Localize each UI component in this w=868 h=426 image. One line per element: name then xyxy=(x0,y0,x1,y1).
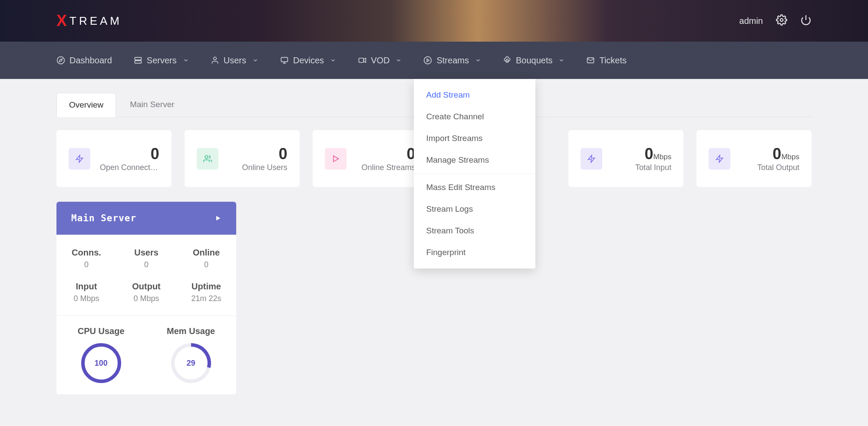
play-fill-icon xyxy=(215,215,221,222)
nav-label: Servers xyxy=(147,56,177,66)
menu-stream-logs[interactable]: Stream Logs xyxy=(414,198,535,220)
stat-label: Total Input xyxy=(612,163,671,172)
nav-tickets[interactable]: Tickets xyxy=(586,42,627,79)
mem-usage: Mem Usage 29 xyxy=(167,326,215,383)
stat-total-input: 0Mbps Total Input xyxy=(568,130,683,187)
brand-text: TREAM xyxy=(69,14,122,28)
svg-marker-13 xyxy=(363,58,366,62)
stat-total-output: 0Mbps Total Output xyxy=(696,130,812,187)
flower-icon xyxy=(503,56,512,65)
value-uptime: 21m 22s xyxy=(176,294,236,303)
user-label[interactable]: admin xyxy=(739,16,763,26)
nav-label: Users xyxy=(224,56,246,66)
brand-x: X xyxy=(56,12,67,30)
tab-main-server[interactable]: Main Server xyxy=(118,93,186,117)
chevron-down-icon xyxy=(396,57,402,63)
user-icon xyxy=(211,56,219,65)
value-conns: 0 xyxy=(56,260,116,269)
tab-overview[interactable]: Overview xyxy=(56,93,116,117)
bolt-icon xyxy=(587,154,596,163)
stat-value: 0 xyxy=(228,145,287,163)
chevron-down-icon xyxy=(558,57,564,63)
mail-icon xyxy=(586,56,595,65)
chevron-down-icon xyxy=(330,57,336,63)
stat-value: 0Mbps xyxy=(740,145,799,163)
stat-value: 0 xyxy=(100,145,159,163)
stat-online-users: 0 Online Users xyxy=(185,130,300,187)
stat-open-connections: 0 Open Connections xyxy=(56,130,172,187)
nav-label: Tickets xyxy=(599,56,627,66)
nav-dashboard[interactable]: Dashboard xyxy=(56,42,112,79)
chevron-down-icon xyxy=(252,57,258,63)
cpu-usage: CPU Usage 100 xyxy=(78,326,125,383)
stat-label: Online Users xyxy=(228,163,287,172)
svg-marker-20 xyxy=(333,156,339,161)
users-icon xyxy=(203,154,212,163)
server-icon xyxy=(134,56,142,65)
chevron-down-icon xyxy=(475,57,481,63)
stat-label: Online Streams xyxy=(356,163,416,172)
menu-stream-tools[interactable]: Stream Tools xyxy=(414,220,535,242)
menu-mass-edit[interactable]: Mass Edit Streams xyxy=(414,177,535,198)
stat-online-streams: 0 Online Streams xyxy=(313,130,428,187)
value-output: 0 Mbps xyxy=(116,294,176,303)
power-icon xyxy=(800,14,812,26)
menu-create-channel[interactable]: Create Channel xyxy=(414,106,535,128)
compass-icon xyxy=(56,56,65,65)
server-panel-header[interactable]: Main Server xyxy=(56,202,236,235)
server-panel: Main Server Conns. 0 Users 0 Online 0 In… xyxy=(56,202,236,394)
label-users: Users xyxy=(116,248,176,258)
nav-vod[interactable]: VOD xyxy=(358,42,402,79)
menu-import-streams[interactable]: Import Streams xyxy=(414,128,535,149)
power-button[interactable] xyxy=(800,14,812,28)
navbar: Dashboard Servers Users Devices VOD Stre… xyxy=(0,42,868,79)
svg-rect-4 xyxy=(135,57,141,60)
value-online: 0 xyxy=(176,260,236,269)
nav-bouquets[interactable]: Bouquets xyxy=(503,42,565,79)
svg-point-16 xyxy=(506,59,508,62)
cpu-value: 100 xyxy=(95,359,108,368)
streams-dropdown: Add Stream Create Channel Import Streams… xyxy=(414,79,535,269)
nav-label: Streams xyxy=(436,56,469,66)
nav-label: Bouquets xyxy=(516,56,553,66)
topbar: X TREAM admin xyxy=(0,0,868,42)
menu-fingerprint[interactable]: Fingerprint xyxy=(414,242,535,263)
nav-label: VOD xyxy=(371,56,389,66)
value-input: 0 Mbps xyxy=(56,294,116,303)
svg-marker-23 xyxy=(216,216,220,221)
stat-label: Open Connections xyxy=(100,163,159,172)
nav-servers[interactable]: Servers xyxy=(134,42,189,79)
label-online: Online xyxy=(176,248,236,258)
gear-icon xyxy=(776,14,787,26)
svg-marker-21 xyxy=(588,155,595,162)
nav-streams[interactable]: Streams Add Stream Create Channel Import… xyxy=(423,42,481,79)
menu-add-stream[interactable]: Add Stream xyxy=(414,84,535,106)
settings-button[interactable] xyxy=(776,14,787,28)
nav-devices[interactable]: Devices xyxy=(280,42,336,79)
value-users: 0 xyxy=(116,260,176,269)
label-input: Input xyxy=(56,282,116,292)
nav-users[interactable]: Users xyxy=(211,42,258,79)
svg-marker-3 xyxy=(59,59,63,62)
cpu-ring: 100 xyxy=(81,343,121,383)
menu-manage-streams[interactable]: Manage Streams xyxy=(414,149,535,171)
mem-value: 29 xyxy=(187,359,195,368)
svg-marker-18 xyxy=(76,155,83,162)
svg-rect-12 xyxy=(359,58,364,62)
label-uptime: Uptime xyxy=(176,282,236,292)
monitor-icon xyxy=(280,56,289,65)
bolt-icon xyxy=(715,154,724,163)
stat-label: Total Output xyxy=(740,163,799,172)
svg-point-19 xyxy=(205,155,208,158)
cpu-label: CPU Usage xyxy=(78,326,125,336)
label-conns: Conns. xyxy=(56,248,116,258)
svg-rect-5 xyxy=(135,61,141,63)
mem-label: Mem Usage xyxy=(167,326,215,336)
svg-point-14 xyxy=(424,57,432,64)
brand-logo: X TREAM xyxy=(56,12,122,30)
svg-rect-9 xyxy=(281,57,287,62)
chevron-down-icon xyxy=(183,57,189,63)
nav-label: Devices xyxy=(293,56,324,66)
svg-point-2 xyxy=(57,57,65,64)
svg-marker-22 xyxy=(716,155,723,162)
